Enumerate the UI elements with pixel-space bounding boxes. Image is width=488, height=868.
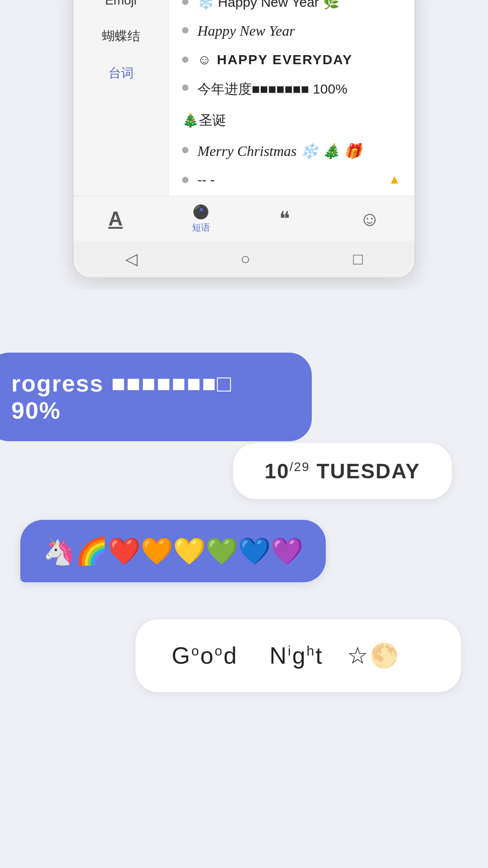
- nav-bar: ◁ ○ □: [74, 241, 414, 277]
- goodnight-text: Goood Night ☆🌕: [172, 642, 425, 670]
- item-text: Happy New Year: [197, 23, 295, 39]
- list-item[interactable]: ☺ HAPPY EVERYDAY: [182, 46, 401, 74]
- phrases-label: 短语: [192, 222, 210, 234]
- date-text: 10/29 TUESDAY: [265, 459, 420, 483]
- progress-text: rogress ■■■■■■■□ 90%: [11, 370, 287, 424]
- date-bubble: 10/29 TUESDAY: [233, 443, 452, 499]
- item-text: Merry Christmas ❄️ 🎄 🎁: [197, 142, 362, 160]
- bullet-icon: [182, 27, 188, 33]
- quote-icon: ❝: [279, 207, 290, 230]
- sidebar: Emoji 蝴蝶结 台词: [74, 0, 169, 196]
- back-button[interactable]: ◁: [125, 250, 138, 269]
- progress-bubble: rogress ■■■■■■■□ 90%: [0, 353, 312, 441]
- keyboard-area: Emoji 蝴蝶结 台词: [74, 0, 414, 196]
- item-text: -- -: [197, 172, 215, 188]
- item-text: 今年进度■■■■■■■ 100%: [197, 80, 347, 99]
- emoji-icon: ☺: [359, 208, 380, 230]
- item-text: ☺ HAPPY EVERYDAY: [197, 52, 352, 67]
- phone-mockup: Emoji 蝴蝶结 台词: [72, 0, 416, 292]
- list-item[interactable]: Happy New Year: [182, 16, 401, 46]
- list-item[interactable]: ❄️ Happy New Year 🌿: [182, 0, 401, 16]
- phrases-icon: ⚫●: [192, 204, 209, 220]
- goodnight-bubble: Goood Night ☆🌕: [136, 619, 461, 692]
- font-button[interactable]: A: [108, 208, 123, 230]
- sidebar-label-emoji: Emoji: [105, 0, 136, 7]
- bullet-icon: [182, 57, 188, 63]
- emoji-button[interactable]: ☺: [359, 208, 380, 230]
- bullet-icon: [182, 147, 188, 153]
- bullet-icon: [182, 177, 188, 183]
- emoji-bubble: 🦄🌈❤️🧡💛💚💙💜: [20, 520, 326, 582]
- phrases-button[interactable]: ⚫● 短语: [192, 204, 210, 234]
- list-item[interactable]: -- - ▲: [182, 166, 401, 194]
- recent-button[interactable]: □: [353, 250, 363, 269]
- home-button[interactable]: ○: [240, 250, 250, 269]
- sidebar-item-bowtie[interactable]: 蝴蝶结: [74, 18, 168, 55]
- bullet-icon: [182, 0, 188, 5]
- sidebar-item-emoji[interactable]: Emoji: [74, 0, 168, 18]
- christmas-title: 🎄圣诞: [182, 111, 226, 130]
- font-icon: A: [108, 208, 123, 230]
- sidebar-item-lines[interactable]: 台词: [74, 55, 168, 92]
- sidebar-label-lines: 台词: [108, 66, 134, 80]
- item-text: ❄️ Happy New Year 🌿: [197, 0, 339, 10]
- christmas-list: Merry Christmas ❄️ 🎄 🎁 -- - ▲: [182, 136, 401, 194]
- new-year-list: ❄️ Happy New Year 🌿 Happy New Year ☺ HAP…: [182, 0, 401, 105]
- sidebar-label-bowtie: 蝴蝶结: [102, 29, 140, 43]
- chat-section: rogress ■■■■■■■□ 90% 10/29 TUESDAY 🦄🌈❤️🧡…: [0, 289, 488, 868]
- list-item[interactable]: 今年进度■■■■■■■ 100%: [182, 74, 401, 105]
- bullet-icon: [182, 85, 188, 91]
- quote-button[interactable]: ❝: [279, 207, 290, 230]
- arrow-icon: ▲: [388, 172, 401, 187]
- emoji-text: 🦄🌈❤️🧡💛💚💙💜: [43, 536, 303, 566]
- list-item[interactable]: Merry Christmas ❄️ 🎄 🎁: [182, 136, 401, 166]
- phone-section: Emoji 蝴蝶结 台词: [0, 0, 488, 289]
- christmas-header: 🎄圣诞: [182, 105, 401, 136]
- content-area: ❄️ Happy New Year 🌿 Happy New Year ☺ HAP…: [169, 0, 414, 196]
- bottom-toolbar: A ⚫● 短语 ❝ ☺: [74, 196, 414, 241]
